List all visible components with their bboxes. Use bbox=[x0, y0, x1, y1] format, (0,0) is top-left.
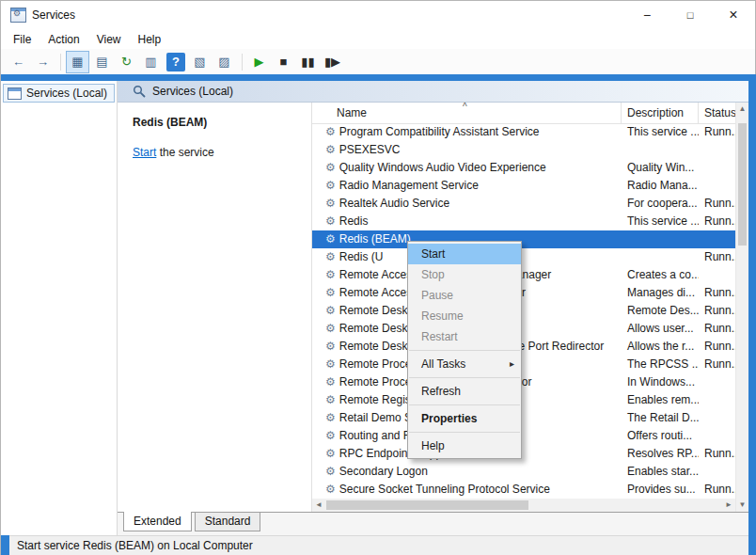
list-header: ^ Name Description Status bbox=[312, 103, 735, 124]
pause-service-button[interactable]: ▮▮ bbox=[296, 51, 320, 73]
table-row[interactable]: ⚙RPC Endpoint MapperResolves RP...Runn..… bbox=[312, 445, 735, 463]
stop-service-button[interactable]: ■ bbox=[272, 51, 295, 73]
context-menu-item-label: Restart bbox=[421, 330, 458, 343]
table-row[interactable]: ⚙Redis (URunn... bbox=[312, 248, 735, 266]
service-description: This service ... bbox=[622, 123, 699, 141]
service-description: Radio Mana... bbox=[622, 177, 699, 195]
service-status bbox=[699, 141, 735, 159]
export-list-button[interactable]: ▥ bbox=[139, 51, 163, 73]
menu-file[interactable]: File bbox=[5, 31, 39, 48]
service-name-label: Redis (U bbox=[339, 250, 384, 263]
service-name-cell: ⚙Secure Socket Tunneling Protocol Servic… bbox=[312, 481, 622, 499]
table-row[interactable]: ⚙Remote Desktop Services UserMode Port R… bbox=[312, 338, 735, 356]
table-row[interactable]: ⚙Remote Procedure Call (RPC) LocatorIn W… bbox=[312, 373, 735, 391]
menu-separator bbox=[409, 350, 520, 351]
service-description: Offers routi... bbox=[622, 427, 699, 445]
restart-service-button[interactable]: ▮▶ bbox=[321, 51, 344, 73]
column-header-description[interactable]: Description bbox=[622, 103, 699, 123]
menu-view[interactable]: View bbox=[88, 31, 130, 48]
close-button[interactable]: × bbox=[712, 1, 755, 29]
minimize-button[interactable]: − bbox=[625, 1, 669, 29]
table-row[interactable]: ⚙Retail Demo ServiceThe Retail D... bbox=[312, 409, 735, 427]
table-row[interactable]: ⚙Realtek Audio ServiceFor coopera...Runn… bbox=[312, 195, 735, 213]
view-tabs: ExtendedStandard bbox=[118, 512, 748, 535]
tab-extended[interactable]: Extended bbox=[123, 512, 192, 531]
service-name-label: Secure Socket Tunneling Protocol Service bbox=[339, 483, 550, 496]
scroll-down-icon[interactable]: ▼ bbox=[736, 499, 748, 512]
context-menu-item-start[interactable]: Start bbox=[408, 244, 521, 264]
status-bar-text: Start service Redis (BEAM) on Local Comp… bbox=[17, 539, 253, 552]
service-description: Quality Win... bbox=[622, 159, 699, 177]
tab-standard[interactable]: Standard bbox=[195, 513, 261, 531]
table-row[interactable]: ⚙Quality Windows Audio Video ExperienceQ… bbox=[312, 159, 735, 177]
context-menu-item-help[interactable]: Help bbox=[408, 436, 521, 456]
properties-button[interactable]: ▤ bbox=[90, 51, 114, 73]
action-pane-button[interactable]: ▨ bbox=[213, 51, 236, 73]
horizontal-scroll-thumb[interactable] bbox=[326, 500, 528, 510]
column-header-name[interactable]: ^ Name bbox=[312, 103, 622, 123]
context-menu-item-refresh[interactable]: Refresh bbox=[408, 381, 521, 402]
context-menu-item-label: Pause bbox=[421, 289, 453, 302]
table-row[interactable]: ⚙Remote RegistryEnables rem... bbox=[312, 391, 735, 409]
context-menu-item-properties[interactable]: Properties bbox=[408, 408, 521, 429]
service-status bbox=[699, 373, 735, 391]
table-row[interactable]: ⚙RedisThis service ...Runn... bbox=[312, 213, 735, 230]
scroll-left-icon[interactable]: ◄ bbox=[312, 499, 325, 512]
start-service-button[interactable]: ▶ bbox=[247, 51, 271, 73]
tree-item-services-local[interactable]: Services (Local) bbox=[3, 84, 115, 103]
service-description: Enables star... bbox=[622, 463, 699, 481]
service-gear-icon: ⚙ bbox=[325, 213, 336, 230]
table-row[interactable]: ⚙Routing and Remote AccessOffers routi..… bbox=[312, 427, 735, 445]
service-description: Creates a co... bbox=[622, 266, 699, 284]
service-status bbox=[699, 427, 735, 445]
service-description: Remote Des... bbox=[622, 302, 699, 320]
refresh-button[interactable]: ↻ bbox=[115, 51, 138, 73]
table-row[interactable]: ⚙Radio Management ServiceRadio Mana... bbox=[312, 177, 735, 195]
menu-action[interactable]: Action bbox=[39, 31, 87, 48]
table-row[interactable]: ⚙Program Compatibility Assistant Service… bbox=[312, 123, 735, 141]
table-row[interactable]: ⚙Secondary LogonEnables star... bbox=[312, 463, 735, 481]
forward-button[interactable]: → bbox=[31, 51, 55, 73]
toolbar-separator bbox=[60, 54, 61, 71]
table-row[interactable]: ⚙Remote Access Auto Connection ManagerCr… bbox=[312, 266, 735, 284]
context-menu-item-label: Properties bbox=[421, 412, 477, 425]
service-name-cell: ⚙Redis bbox=[312, 213, 622, 230]
table-row[interactable]: ⚙Remote Desktop ServicesAllows user...Ru… bbox=[312, 320, 735, 338]
back-button[interactable]: ← bbox=[7, 51, 30, 73]
service-action-line: Start the service bbox=[133, 146, 311, 159]
service-gear-icon: ⚙ bbox=[325, 302, 336, 320]
service-status: Runn... bbox=[699, 481, 735, 499]
menu-help[interactable]: Help bbox=[130, 31, 170, 48]
service-name-cell: ⚙Quality Windows Audio Video Experience bbox=[312, 159, 622, 177]
console-window-button[interactable]: ▧ bbox=[188, 51, 212, 73]
service-description: The RPCSS ... bbox=[622, 356, 699, 373]
scroll-up-icon[interactable]: ▲ bbox=[736, 103, 748, 116]
vertical-scrollbar[interactable]: ▲ ▼ bbox=[735, 103, 748, 512]
service-gear-icon: ⚙ bbox=[325, 195, 336, 213]
service-gear-icon: ⚙ bbox=[325, 373, 336, 391]
mdi-frame-right bbox=[748, 81, 756, 555]
scroll-right-icon[interactable]: ► bbox=[722, 499, 735, 512]
context-menu: StartStopPauseResumeRestartAll Tasks▸Ref… bbox=[407, 241, 522, 459]
window-controls: − □ × bbox=[625, 1, 755, 29]
table-row[interactable]: ⚙Remote Desktop ConfigurationRemote Des.… bbox=[312, 302, 735, 320]
context-menu-item-label: Resume bbox=[421, 309, 464, 323]
column-header-status[interactable]: Status bbox=[699, 103, 735, 123]
table-row[interactable]: ⚙Redis (BEAM) bbox=[312, 230, 735, 248]
extended-info-pane: Redis (BEAM) Start the service bbox=[118, 103, 312, 512]
service-gear-icon: ⚙ bbox=[325, 409, 336, 427]
context-menu-item-all-tasks[interactable]: All Tasks▸ bbox=[408, 354, 521, 374]
maximize-button[interactable]: □ bbox=[669, 1, 712, 29]
help-button[interactable]: ? bbox=[166, 53, 185, 71]
start-service-link[interactable]: Start bbox=[133, 146, 156, 159]
vertical-scroll-thumb[interactable] bbox=[738, 123, 747, 246]
horizontal-scrollbar[interactable]: ◄ ► bbox=[312, 499, 735, 512]
show-console-tree-toggle[interactable]: ▦ bbox=[66, 51, 89, 73]
table-row[interactable]: ⚙Remote Access Connection ManagerManages… bbox=[312, 284, 735, 302]
service-status: Runn... bbox=[699, 123, 735, 141]
table-row[interactable]: ⚙Remote Procedure Call (RPC)The RPCSS ..… bbox=[312, 356, 735, 373]
service-status: Runn... bbox=[699, 338, 735, 356]
service-status bbox=[699, 266, 735, 284]
table-row[interactable]: ⚙Secure Socket Tunneling Protocol Servic… bbox=[312, 481, 735, 499]
table-row[interactable]: ⚙PSEXESVC bbox=[312, 141, 735, 159]
